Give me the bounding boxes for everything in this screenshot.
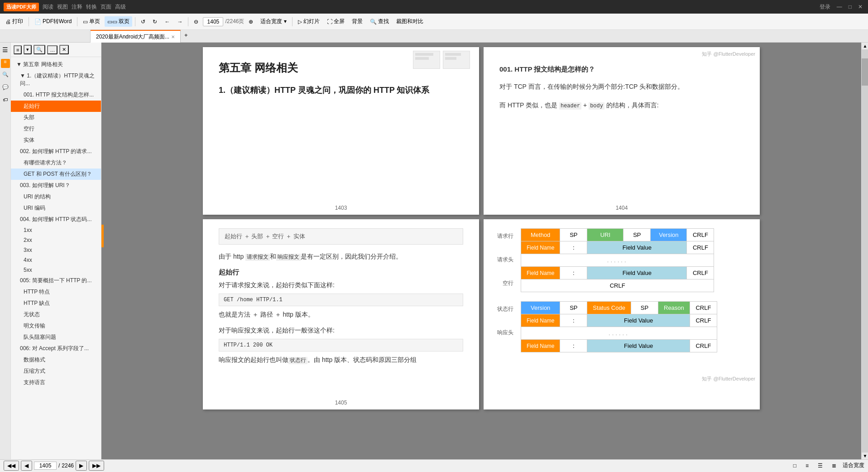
- sp3-cell: SP: [560, 302, 587, 314]
- background-button[interactable]: 背景: [349, 16, 365, 27]
- comment-icon[interactable]: 💬: [1, 84, 10, 93]
- pdf-bottom-row: 起始行 ＋ 头部 ＋ 空行 ＋ 实体 由于 http 请求报文和响应报文是有一定…: [203, 219, 760, 409]
- sidebar-item-methods[interactable]: 有哪些请求方法？: [11, 157, 101, 169]
- sidebar-item-data-format[interactable]: 数据格式: [11, 354, 101, 366]
- bottom-view-btn1[interactable]: □: [791, 461, 799, 470]
- sidebar-item-get-post[interactable]: GET 和 POST 有什么区别？: [11, 169, 101, 180]
- close-btn[interactable]: ✕: [856, 3, 864, 11]
- request-row-labels: 请求行 请求头 空行: [497, 228, 516, 291]
- title-bar-menu-view[interactable]: 视图: [57, 3, 68, 11]
- scroll-track[interactable]: [862, 49, 868, 453]
- tag-icon[interactable]: 🏷: [1, 97, 10, 106]
- find-button[interactable]: 🔍 查找: [367, 16, 392, 27]
- bottom-view-btn2[interactable]: ≡: [803, 461, 811, 470]
- status-diagram-section: 状态行 响应头 Version SP Status Code SP: [497, 301, 746, 352]
- sidebar-item-http-features[interactable]: HTTP 特点: [11, 286, 101, 298]
- sidebar-item-006[interactable]: 006: 对 Accept 系列字段了...: [11, 343, 101, 354]
- sidebar-item-3xx[interactable]: 3xx: [11, 245, 101, 255]
- hamburger-icon[interactable]: ☰: [1, 46, 10, 55]
- status-row-4: Field Name : Field Value CRLF: [521, 340, 717, 352]
- sidebar-close-btn[interactable]: ✕: [59, 45, 69, 54]
- sidebar-item-5xx[interactable]: 5xx: [11, 265, 101, 275]
- sidebar-item-4xx[interactable]: 4xx: [11, 255, 101, 265]
- sidebar-item-2xx[interactable]: 2xx: [11, 235, 101, 245]
- sidebar-item-002[interactable]: 002. 如何理解 HTTP 的请求...: [11, 146, 101, 157]
- single-page-button[interactable]: ▭ 单页: [80, 16, 103, 27]
- sidebar-item-header[interactable]: 头部: [11, 112, 101, 123]
- pdf-to-word-button[interactable]: 📄 PDF转Word: [32, 16, 74, 27]
- sidebar-collapse-btn[interactable]: ▾: [24, 45, 32, 54]
- bottom-fit-width[interactable]: 适合宽度: [843, 462, 864, 469]
- tab-close-btn[interactable]: ✕: [171, 34, 175, 39]
- sidebar-item-plaintext[interactable]: 明文传输: [11, 320, 101, 332]
- sidebar-item-startline[interactable]: 起始行: [11, 101, 101, 112]
- heading-001: 001. HTTP 报文结构是怎样的？: [499, 65, 744, 74]
- title-bar-menu-convert[interactable]: 转换: [86, 3, 97, 11]
- sidebar-more-btn[interactable]: …: [47, 45, 58, 54]
- sidebar-expand-btn[interactable]: ≡: [14, 45, 22, 54]
- sidebar-item-http-soul[interactable]: ▼ 1.（建议精读）HTTP灵魂之问...: [11, 70, 101, 89]
- scroll-up-btn[interactable]: ▲: [862, 43, 868, 49]
- version-status-cell: Version: [521, 302, 560, 314]
- request-diagram-wrap: 请求行 请求头 空行 Method SP URI SP: [497, 228, 746, 292]
- undo-button[interactable]: ↺: [138, 17, 148, 26]
- sidebar-item-chapter5[interactable]: ▼ 第五章 网络相关: [11, 59, 101, 70]
- sidebar-item-005[interactable]: 005: 简要概括一下 HTTP 的...: [11, 275, 101, 286]
- sidebar-item-http-flaws[interactable]: HTTP 缺点: [11, 298, 101, 309]
- print-button[interactable]: 🖨 打印: [3, 16, 26, 27]
- fullscreen-button[interactable]: ⛶ 全屏: [324, 16, 347, 27]
- double-page-icon: ▭▭: [107, 19, 117, 25]
- bottom-view-btn3[interactable]: ☰: [815, 461, 825, 470]
- bottom-view-btn4[interactable]: ≣: [829, 461, 839, 470]
- sidebar-item-uri-encode[interactable]: URI 编码: [11, 202, 101, 214]
- nav-prev-page-btn[interactable]: ◀: [21, 461, 32, 471]
- page-number-input[interactable]: [203, 17, 223, 26]
- redo-button[interactable]: ↻: [150, 17, 160, 26]
- sep1: [29, 17, 29, 26]
- zoom-in-button[interactable]: ⊕: [246, 17, 256, 26]
- title-bar-menu-advanced[interactable]: 高级: [115, 3, 126, 11]
- crop-compare-button[interactable]: 裁图和对比: [393, 16, 426, 27]
- title-bar: 迅读PDF大师 阅读 视图 注释 转换 页面 高级 登录 — □ ✕: [0, 0, 868, 14]
- minimize-btn[interactable]: —: [835, 3, 844, 11]
- scroll-thumb[interactable]: [862, 58, 868, 86]
- nav-next-page-btn[interactable]: ▶: [76, 461, 87, 471]
- page-input-bottom[interactable]: [34, 462, 57, 470]
- pdf-content-area[interactable]: 第五章 网络相关 1.（建议精读）HTTP 灵魂之问，巩固你的 HTTP 知识体…: [101, 43, 861, 459]
- sidebar-item-blankline[interactable]: 空行: [11, 123, 101, 135]
- nav-prev-button[interactable]: ←: [162, 17, 173, 26]
- fit-width-button[interactable]: 适合宽度 ▾: [258, 16, 289, 27]
- sidebar-item-001[interactable]: 001. HTTP 报文结构是怎样...: [11, 89, 101, 101]
- bookmark-icon[interactable]: ≡: [1, 59, 10, 68]
- scroll-down-btn[interactable]: ▼: [862, 453, 868, 459]
- sidebar-item-003[interactable]: 003. 如何理解 URI？: [11, 180, 101, 191]
- sidebar-item-1xx[interactable]: 1xx: [11, 225, 101, 235]
- title-bar-menu-annotate[interactable]: 注释: [72, 3, 82, 11]
- sidebar-item-language[interactable]: 支持语言: [11, 377, 101, 388]
- title-bar-menu-page[interactable]: 页面: [101, 3, 111, 11]
- sidebar-item-004[interactable]: 004. 如何理解 HTTP 状态码...: [11, 214, 101, 225]
- slideshow-button[interactable]: ▷ 幻灯片: [295, 16, 322, 27]
- watermark-diagram: 知乎 @FlutterDeveloper: [702, 376, 755, 382]
- login-btn[interactable]: 登录: [818, 2, 832, 12]
- maximize-btn[interactable]: □: [847, 3, 854, 11]
- tab-main[interactable]: 2020最新Android大厂高频面... ✕: [91, 30, 181, 43]
- sidebar-item-uri-structure[interactable]: URI 的结构: [11, 191, 101, 202]
- sidebar-item-body[interactable]: 实体: [11, 135, 101, 146]
- sidebar-item-compress[interactable]: 压缩方式: [11, 366, 101, 377]
- double-page-button[interactable]: ▭▭ 双页: [105, 16, 132, 27]
- search-icon[interactable]: 🔍: [1, 72, 10, 81]
- req-row-1: Method SP URI SP Version CRLF: [521, 229, 714, 241]
- sidebar-item-head-block[interactable]: 队头阻塞问题: [11, 332, 101, 343]
- nav-first-btn[interactable]: ◀◀: [4, 461, 19, 471]
- page-total: /2246页: [225, 18, 244, 25]
- nav-next-button[interactable]: →: [174, 17, 185, 26]
- page-num-1405: 1405: [335, 400, 347, 406]
- nav-last-btn[interactable]: ▶▶: [89, 461, 104, 471]
- sidebar-search-btn[interactable]: 🔍: [34, 45, 45, 54]
- title-bar-menu-read[interactable]: 阅读: [43, 3, 53, 11]
- tab-add-btn[interactable]: +: [181, 30, 192, 42]
- sidebar-item-stateless[interactable]: 无状态: [11, 309, 101, 320]
- field-value-1: Field Value: [587, 241, 687, 254]
- zoom-out-button[interactable]: ⊖: [191, 17, 201, 26]
